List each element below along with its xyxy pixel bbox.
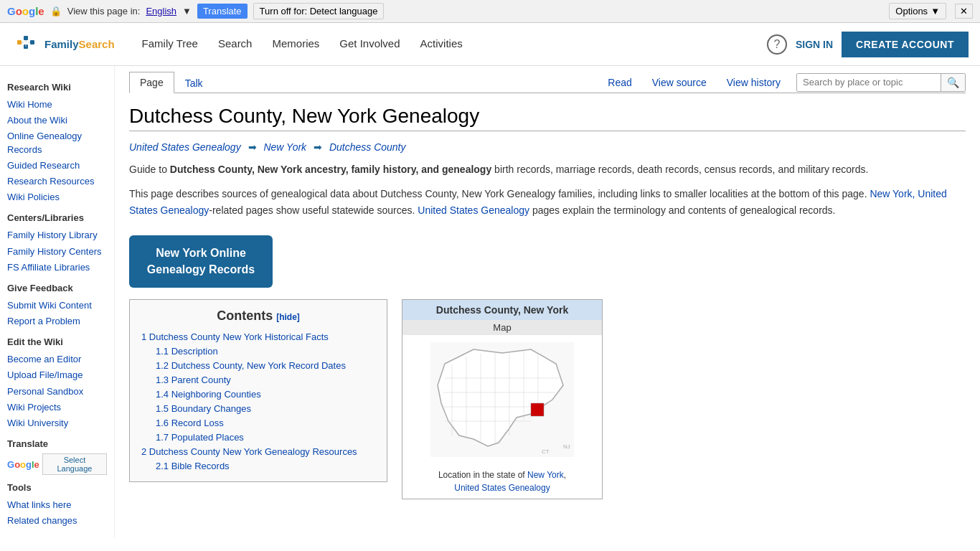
svg-rect-2 (30, 40, 34, 44)
sidebar-item-wiki-home[interactable]: Wiki Home (7, 97, 107, 113)
create-account-button[interactable]: CREATE ACCOUNT (842, 32, 969, 57)
toc-link-1[interactable]: 1 Dutchess County New York Historical Fa… (141, 331, 329, 342)
sidebar-item-wiki-university[interactable]: Wiki University (7, 415, 107, 431)
sign-in-button[interactable]: SIGN IN (796, 39, 833, 50)
sidebar-translate-label: Translate (7, 438, 107, 449)
sidebar-item-fh-centers[interactable]: Family History Centers (7, 244, 107, 260)
sidebar-item-online-records[interactable]: Online Genealogy Records (7, 128, 107, 157)
sidebar-item-personal-sandbox[interactable]: Personal Sandbox (7, 384, 107, 400)
sidebar-item-related-changes[interactable]: Related changes (7, 513, 107, 529)
logo-link[interactable]: FamilySearch (11, 30, 115, 59)
nav-get-involved[interactable]: Get Involved (329, 23, 410, 66)
breadcrumb: United States Genealogy ➡ New York ➡ Dut… (129, 141, 966, 153)
body-link-ny-genealogy[interactable]: New York, United States Genealogy (129, 188, 947, 215)
sidebar-item-wiki-projects[interactable]: Wiki Projects (7, 400, 107, 415)
svg-rect-1 (24, 36, 28, 40)
translate-bar-close-button[interactable]: ✕ (955, 4, 973, 19)
body-link-us-genealogy[interactable]: United States Genealogy (418, 204, 529, 216)
google-translate-widget: Google Select Language (7, 453, 107, 475)
lang-arrow: ▼ (182, 6, 192, 17)
action-read[interactable]: Read (598, 72, 641, 93)
translate-label: View this page in: (67, 6, 141, 17)
toc-box: Contents [hide] 1 Dutchess County New Yo… (129, 299, 387, 482)
action-view-history[interactable]: View history (717, 72, 791, 93)
infobox-link-new-york[interactable]: New York (527, 470, 564, 480)
sidebar-item-research-resources[interactable]: Research Resources (7, 174, 107, 189)
sidebar-item-report-problem[interactable]: Report a Problem (7, 314, 107, 329)
article-intro-bold: Dutchess County, New York ancestry, fami… (170, 164, 491, 175)
breadcrumb-new-york[interactable]: New York (263, 141, 306, 153)
toc-link-1-4[interactable]: 1.4 Neighboring Counties (156, 389, 261, 400)
nav-family-tree[interactable]: Family Tree (132, 23, 208, 66)
main-header: FamilySearch Family Tree Search Memories… (0, 23, 980, 66)
familysearch-logo-icon (11, 30, 40, 59)
breadcrumb-dutchess-county[interactable]: Dutchess County (329, 141, 406, 153)
tab-page[interactable]: Page (129, 72, 174, 93)
sidebar-item-become-editor[interactable]: Become an Editor (7, 352, 107, 367)
svg-text:NJ: NJ (563, 443, 570, 450)
select-language-button[interactable]: Select Language (42, 453, 107, 475)
infobox-map: NJ CT (402, 335, 602, 464)
infobox-caption: Location in the state of New York, Unite… (402, 464, 602, 499)
toc-link-1-7[interactable]: 1.7 Populated Places (156, 432, 244, 443)
toc-link-2-1[interactable]: 2.1 Bible Records (156, 461, 230, 471)
sidebar-section-centers: Centers/Libraries (7, 212, 107, 223)
toc-hide-button[interactable]: [hide] (276, 312, 300, 322)
list-item: 1.4 Neighboring Counties (141, 387, 375, 401)
nav-activities[interactable]: Activities (410, 23, 473, 66)
sidebar-item-guided-research[interactable]: Guided Research (7, 158, 107, 174)
lock-icon: 🔒 (50, 6, 62, 17)
toc-link-2[interactable]: 2 Dutchess County New York Genealogy Res… (141, 446, 357, 457)
list-item: 1.5 Boundary Changes (141, 401, 375, 415)
sidebar-item-about-wiki[interactable]: About the Wiki (7, 113, 107, 128)
nav-memories[interactable]: Memories (262, 23, 329, 66)
page-tabs: Page Talk Read View source View history … (129, 66, 966, 93)
action-view-source[interactable]: View source (642, 72, 717, 93)
list-item: 1.3 Parent County (141, 372, 375, 387)
sidebar-item-submit-wiki[interactable]: Submit Wiki Content (7, 298, 107, 314)
toc-link-1-5[interactable]: 1.5 Boundary Changes (156, 403, 251, 414)
translate-button[interactable]: Translate (197, 4, 248, 19)
article-body: This page describes sources of genealogi… (129, 186, 966, 218)
sidebar-item-fh-library[interactable]: Family History Library (7, 227, 107, 243)
sidebar-item-fs-libraries[interactable]: FS Affiliate Libraries (7, 260, 107, 276)
list-item: 1.2 Dutchess County, New York Record Dat… (141, 358, 375, 372)
breadcrumb-arrow-2: ➡ (314, 141, 322, 153)
infobox-title: Dutchess County, New York (402, 300, 602, 320)
ny-state-map: NJ CT (430, 342, 574, 457)
help-icon[interactable]: ? (767, 34, 787, 55)
infobox-map-label: Map (402, 320, 602, 335)
article-title: Dutchess County, New York Genealogy (129, 105, 966, 131)
ny-records-button[interactable]: New York OnlineGenealogy Records (129, 235, 273, 288)
toc-link-1-6[interactable]: 1.6 Record Loss (156, 418, 224, 428)
infobox-link-us-genealogy[interactable]: United States Genealogy (454, 483, 550, 493)
nav-search[interactable]: Search (208, 23, 263, 66)
toc-link-1-2[interactable]: 1.2 Dutchess County, New York Record Dat… (156, 360, 346, 371)
toc-title: Contents [hide] (141, 309, 375, 324)
sidebar-item-what-links[interactable]: What links here (7, 497, 107, 513)
main-nav: Family Tree Search Memories Get Involved… (132, 23, 767, 66)
page-layout: Research Wiki Wiki Home About the Wiki O… (0, 66, 980, 538)
sidebar-item-wiki-policies[interactable]: Wiki Policies (7, 189, 107, 205)
list-item: 2.1 Bible Records (141, 458, 375, 473)
wiki-search-box: 🔍 (796, 73, 966, 92)
google-logo-text: Google (7, 5, 44, 17)
sidebar: Research Wiki Wiki Home About the Wiki O… (0, 66, 115, 538)
turnoff-button[interactable]: Turn off for: Detect language (253, 3, 385, 19)
article-intro: Guide to Dutchess County, New York ances… (129, 161, 966, 177)
toc-link-1-1[interactable]: 1.1 Description (156, 346, 218, 357)
options-button[interactable]: Options ▼ (889, 3, 946, 19)
toc-link-1-3[interactable]: 1.3 Parent County (156, 375, 231, 385)
sidebar-item-upload-file[interactable]: Upload File/Image (7, 367, 107, 383)
breadcrumb-us-genealogy[interactable]: United States Genealogy (129, 141, 241, 153)
list-item: 1.6 Record Loss (141, 415, 375, 430)
language-link[interactable]: English (146, 6, 176, 17)
svg-rect-0 (17, 40, 22, 44)
sidebar-section-tools: Tools (7, 482, 107, 493)
wiki-search-input[interactable] (797, 74, 941, 90)
sidebar-section-feedback: Give Feedback (7, 283, 107, 293)
toc-list: 1 Dutchess County New York Historical Fa… (141, 329, 375, 473)
tab-talk[interactable]: Talk (174, 72, 214, 93)
wiki-search-button[interactable]: 🔍 (941, 74, 965, 91)
list-item: 1 Dutchess County New York Historical Fa… (141, 329, 375, 344)
